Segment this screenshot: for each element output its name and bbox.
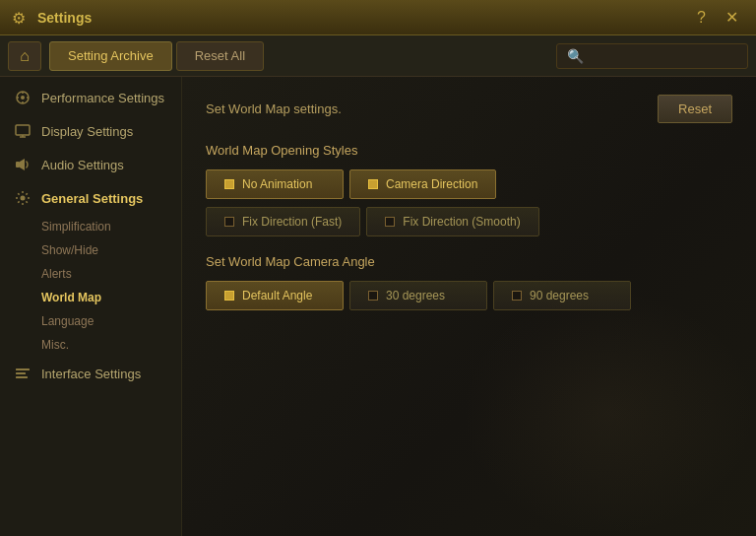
option-label: No Animation: [242, 177, 312, 191]
sidebar-item-audio-settings[interactable]: Audio Settings: [0, 148, 181, 181]
fix-direction-group: Fix Direction (Fast) Fix Direction (Smoo…: [206, 207, 732, 236]
checkbox-camera-direction: [368, 179, 378, 189]
close-button[interactable]: ✕: [720, 6, 744, 29]
svg-rect-13: [16, 372, 26, 374]
display-icon: [14, 122, 32, 140]
option-label: Fix Direction (Smooth): [403, 215, 520, 229]
audio-icon: [14, 156, 32, 173]
svg-point-1: [21, 96, 25, 100]
checkbox-default-angle: [224, 291, 234, 301]
option-30-degrees[interactable]: 30 degrees: [349, 281, 487, 310]
option-label: Camera Direction: [386, 177, 477, 191]
home-icon: ⌂: [20, 47, 30, 65]
window-title: Settings: [37, 10, 691, 26]
svg-marker-10: [20, 159, 25, 170]
sidebar-item-label: Performance Settings: [41, 91, 164, 105]
checkbox-fix-direction-smooth: [385, 217, 395, 227]
sidebar-sub-show-hide[interactable]: Show/Hide: [0, 238, 181, 262]
tab-bar: ⌂ Setting Archive Reset All 🔍: [0, 35, 756, 77]
section1-title: World Map Opening Styles: [206, 143, 732, 158]
sidebar-sub-language[interactable]: Language: [0, 309, 181, 333]
sidebar-item-display-settings[interactable]: Display Settings: [0, 114, 181, 148]
checkbox-90-degrees: [512, 291, 522, 301]
sidebar: Performance Settings Display Settings: [0, 77, 182, 536]
content-area: Set World Map settings. Reset World Map …: [182, 77, 756, 536]
search-input[interactable]: [590, 48, 737, 63]
bg-decoration: [461, 290, 756, 536]
content-description: Set World Map settings.: [206, 101, 342, 116]
svg-rect-14: [16, 376, 28, 378]
sidebar-sub-simplification[interactable]: Simplification: [0, 215, 181, 238]
sidebar-item-label: General Settings: [41, 191, 143, 206]
section2-title: Set World Map Camera Angle: [206, 254, 732, 269]
general-icon: [14, 189, 32, 207]
option-90-degrees[interactable]: 90 degrees: [493, 281, 631, 310]
tab-setting-archive[interactable]: Setting Archive: [49, 41, 172, 71]
title-bar: ⚙ Settings ? ✕: [0, 0, 756, 35]
reset-button[interactable]: Reset: [658, 95, 732, 123]
home-button[interactable]: ⌂: [8, 41, 41, 71]
option-label: Fix Direction (Fast): [242, 215, 342, 229]
svg-point-11: [21, 196, 26, 201]
option-label: 30 degrees: [386, 289, 445, 302]
sidebar-item-label: Interface Settings: [41, 367, 141, 381]
opening-styles-group: No Animation Camera Direction: [206, 169, 732, 199]
option-label: 90 degrees: [530, 289, 589, 302]
performance-icon: [14, 89, 32, 106]
main-layout: Performance Settings Display Settings: [0, 77, 756, 536]
camera-angle-group: Default Angle 30 degrees 90 degrees: [206, 281, 732, 310]
content-header: Set World Map settings. Reset: [206, 95, 732, 123]
sidebar-item-label: Audio Settings: [41, 158, 124, 172]
sidebar-sub-alerts[interactable]: Alerts: [0, 262, 181, 286]
sidebar-item-general-settings[interactable]: General Settings: [0, 181, 181, 215]
interface-icon: [14, 365, 32, 382]
search-box: 🔍: [556, 43, 748, 69]
option-fix-direction-fast[interactable]: Fix Direction (Fast): [206, 207, 360, 236]
option-no-animation[interactable]: No Animation: [206, 169, 344, 199]
option-default-angle[interactable]: Default Angle: [206, 281, 344, 310]
svg-rect-12: [16, 368, 30, 370]
sidebar-sub-misc[interactable]: Misc.: [0, 333, 181, 357]
checkbox-no-animation: [224, 179, 234, 189]
title-bar-actions: ? ✕: [691, 6, 744, 29]
help-button[interactable]: ?: [691, 6, 712, 29]
sidebar-sub-world-map[interactable]: World Map: [0, 286, 181, 309]
sidebar-item-interface-settings[interactable]: Interface Settings: [0, 357, 181, 390]
option-camera-direction[interactable]: Camera Direction: [349, 169, 496, 199]
option-fix-direction-smooth[interactable]: Fix Direction (Smooth): [366, 207, 538, 236]
sidebar-item-performance-settings[interactable]: Performance Settings: [0, 81, 181, 114]
sidebar-item-label: Display Settings: [41, 124, 133, 139]
svg-rect-6: [16, 125, 30, 135]
search-icon: 🔍: [567, 48, 584, 64]
svg-rect-9: [16, 162, 20, 168]
settings-icon: ⚙: [12, 9, 30, 27]
checkbox-fix-direction-fast: [224, 217, 234, 227]
tab-reset-all[interactable]: Reset All: [176, 41, 264, 71]
option-label: Default Angle: [242, 289, 312, 302]
checkbox-30-degrees: [368, 291, 378, 301]
